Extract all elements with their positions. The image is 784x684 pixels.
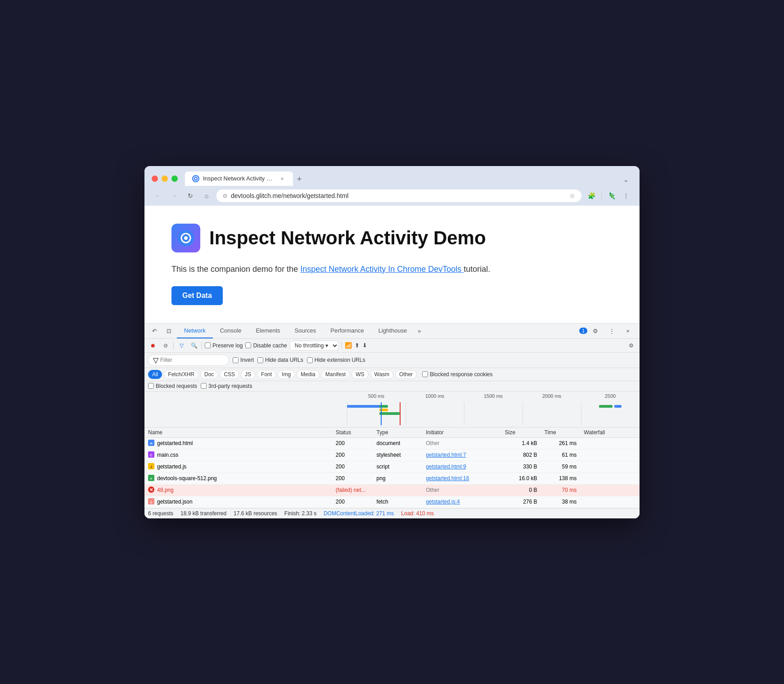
type-filter-js[interactable]: JS	[241, 370, 255, 379]
close-traffic-light[interactable]	[152, 176, 158, 182]
type-filter-other[interactable]: Other	[395, 370, 417, 379]
type-filter-doc[interactable]: Doc	[200, 370, 218, 379]
devtools-close-button[interactable]: ×	[622, 324, 634, 337]
chrome-menu-button[interactable]: ⋮	[620, 189, 632, 202]
hide-ext-urls-toggle[interactable]: Hide extension URLs	[307, 357, 365, 363]
type-filter-css[interactable]: CSS	[220, 370, 239, 379]
third-party-checkbox[interactable]	[201, 383, 207, 389]
blocked-cookies-checkbox[interactable]	[422, 371, 428, 377]
toolbar-separator-3	[342, 342, 342, 349]
td-initiator[interactable]: getstarted.js:4	[422, 496, 501, 508]
blocked-cookies-label[interactable]: Blocked response cookies	[422, 371, 492, 378]
blocked-requests-checkbox[interactable]	[148, 383, 154, 389]
waterfall-timeline: 500 ms 1000 ms 1500 ms 2000 ms 2500	[144, 392, 640, 428]
td-initiator[interactable]: getstarted.html:9	[422, 461, 501, 472]
wifi-icon[interactable]: 📶	[345, 342, 352, 349]
tab-dropdown-button[interactable]: ⌄	[620, 173, 632, 186]
export-button[interactable]: ⬇	[362, 342, 367, 349]
disable-cache-checkbox[interactable]	[245, 342, 251, 348]
preserve-log-toggle[interactable]: Preserve log	[205, 342, 243, 349]
type-filter-media[interactable]: Media	[297, 370, 320, 379]
devtools-settings-button[interactable]: ⚙	[589, 324, 602, 337]
profile-avatar[interactable]: 🦎	[605, 189, 618, 202]
tab-console[interactable]: Console	[213, 324, 249, 338]
network-settings-button[interactable]: ⚙	[626, 341, 636, 351]
type-filter-fetch-xhr[interactable]: Fetch/XHR	[164, 370, 198, 379]
home-button[interactable]: ⌂	[200, 189, 213, 202]
table-row[interactable]: ✕ 48.png (failed) net... Other 0 B 70 ms	[144, 484, 640, 496]
refresh-button[interactable]: ↻	[184, 189, 197, 202]
preserve-log-checkbox[interactable]	[205, 342, 211, 348]
minimize-traffic-light[interactable]	[162, 176, 168, 182]
td-type: script	[373, 461, 423, 472]
tab-close-button[interactable]: ×	[279, 175, 286, 182]
table-row[interactable]: C main.css 200 stylesheet getstarted.htm…	[144, 449, 640, 461]
hide-data-urls-checkbox[interactable]	[257, 357, 263, 363]
status-load: Load: 410 ms	[401, 510, 434, 517]
blocked-requests-toggle[interactable]: Blocked requests	[148, 383, 197, 389]
invert-toggle[interactable]: Invert	[233, 357, 254, 363]
tab-elements[interactable]: Elements	[248, 324, 287, 338]
type-filter-ws[interactable]: WS	[351, 370, 368, 379]
type-filter-all[interactable]: All	[148, 370, 162, 379]
tab-performance[interactable]: Performance	[323, 324, 371, 338]
import-button[interactable]: ⬆	[355, 342, 360, 349]
forward-button[interactable]: →	[168, 189, 180, 202]
devtools-panel: ↶ ⊡ Network Console Elements Sources Per…	[144, 323, 640, 518]
td-initiator[interactable]: getstarted.html:7	[422, 449, 501, 461]
devtools-device-icon[interactable]: ⊡	[162, 324, 175, 337]
search-button[interactable]: 🔍	[189, 341, 199, 351]
hide-data-urls-toggle[interactable]: Hide data URLs	[257, 357, 303, 363]
status-requests: 6 requests	[148, 510, 173, 517]
table-row[interactable]: {} getstarted.json 200 fetch getstarted.…	[144, 496, 640, 508]
td-initiator[interactable]: getstarted.html:16	[422, 472, 501, 484]
table-row[interactable]: H getstarted.html 200 document Other 1.4…	[144, 437, 640, 449]
get-data-button[interactable]: Get Data	[171, 286, 223, 305]
svg-text:J: J	[150, 465, 152, 468]
hide-ext-urls-checkbox[interactable]	[307, 357, 313, 363]
td-type: stylesheet	[373, 449, 423, 461]
table-row[interactable]: P devtools-square-512.png 200 png getsta…	[144, 472, 640, 484]
type-filter-font[interactable]: Font	[257, 370, 276, 379]
td-waterfall	[580, 472, 640, 484]
invert-checkbox[interactable]	[233, 357, 239, 363]
status-bar: 6 requests 18.9 kB transferred 17.6 kB r…	[144, 508, 640, 518]
devtools-cursor-icon[interactable]: ↶	[148, 324, 161, 337]
tab-network[interactable]: Network	[177, 324, 213, 338]
third-party-toggle[interactable]: 3rd-party requests	[201, 383, 252, 389]
throttle-select[interactable]: No throttling ▾	[290, 341, 339, 351]
type-filter-manifest[interactable]: Manifest	[321, 370, 350, 379]
maximize-traffic-light[interactable]	[171, 176, 178, 182]
td-name: H getstarted.html	[144, 437, 332, 449]
wt-label-2000: 2000 ms	[523, 393, 581, 399]
tutorial-link[interactable]: Inspect Network Activity In Chrome DevTo…	[300, 265, 464, 274]
filter-button[interactable]: ▽	[176, 341, 186, 351]
address-bar[interactable]: ⊙ devtools.glitch.me/network/getstarted.…	[216, 189, 581, 202]
extensions-icon[interactable]: 🧩	[585, 189, 598, 202]
bookmark-icon[interactable]: ☆	[569, 192, 575, 199]
devtools-more-button[interactable]: ⋮	[605, 324, 618, 337]
td-size: 802 B	[501, 449, 541, 461]
load-line	[400, 402, 401, 425]
tab-lighthouse[interactable]: Lighthouse	[371, 324, 415, 338]
record-button[interactable]: ⏺	[148, 341, 158, 351]
type-filter-img[interactable]: Img	[278, 370, 295, 379]
devtools-more-tabs-button[interactable]: »	[414, 324, 424, 338]
type-filter-wasm[interactable]: Wasm	[370, 370, 394, 379]
active-tab[interactable]: Inspect Network Activity Dem ×	[185, 171, 293, 186]
col-status: Status	[332, 428, 373, 438]
filter-input[interactable]	[160, 357, 224, 363]
td-time: 59 ms	[541, 461, 581, 472]
new-tab-button[interactable]: +	[293, 173, 306, 186]
table-row[interactable]: J getstarted.js 200 script getstarted.ht…	[144, 461, 640, 472]
filter-input-wrap[interactable]: ▽	[148, 355, 229, 366]
network-table-container[interactable]: Name Status Type Initiator Size Time Wat…	[144, 428, 640, 508]
tab-sources[interactable]: Sources	[288, 324, 324, 338]
clear-log-button[interactable]: ⊘	[161, 341, 171, 351]
td-size: 1.4 kB	[501, 437, 541, 449]
browser-actions: 🧩 🦎 ⋮	[585, 189, 632, 202]
td-time: 261 ms	[541, 437, 581, 449]
back-button[interactable]: ←	[152, 189, 164, 202]
disable-cache-toggle[interactable]: Disable cache	[245, 342, 287, 349]
td-waterfall	[580, 496, 640, 508]
